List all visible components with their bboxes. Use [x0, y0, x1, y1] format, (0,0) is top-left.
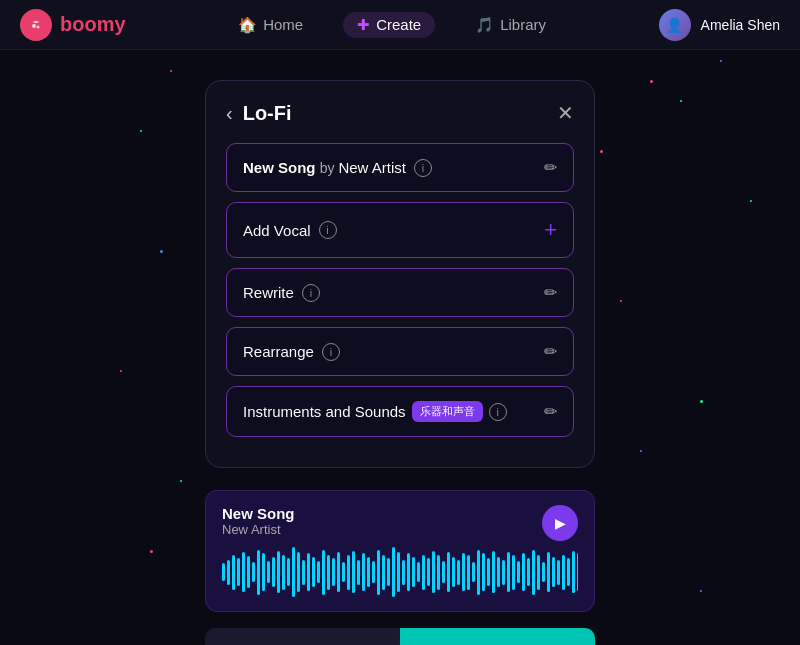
close-button[interactable]: ✕ — [557, 101, 574, 125]
modal: ‹ Lo-Fi ✕ New Song by New Artist i ✏ Add… — [205, 80, 595, 468]
svg-point-2 — [37, 25, 40, 28]
user-name: Amelia Shen — [701, 17, 780, 33]
modal-title: Lo-Fi — [243, 102, 292, 125]
nav-create-label: Create — [376, 16, 421, 33]
modal-header: ‹ Lo-Fi ✕ — [226, 101, 574, 125]
waveform — [222, 547, 578, 597]
player-song-title: New Song — [222, 505, 295, 522]
main-nav: 🏠 Home ✚ Create 🎵 Library — [126, 12, 659, 38]
instruments-label: Instruments and Sounds — [243, 403, 406, 420]
main-content: ‹ Lo-Fi ✕ New Song by New Artist i ✏ Add… — [0, 50, 800, 645]
by-text: by — [320, 160, 339, 176]
instruments-badge: 乐器和声音 — [412, 401, 483, 422]
nav-library-label: Library — [500, 16, 546, 33]
nav-home[interactable]: 🏠 Home — [238, 12, 303, 38]
header: boomy 🏠 Home ✚ Create 🎵 Library 👤 Amelia… — [0, 0, 800, 50]
option-add-vocal: Add Vocal i + — [226, 202, 574, 258]
rearrange-edit-icon[interactable]: ✏ — [544, 342, 557, 361]
new-song-label: New Song by New Artist — [243, 159, 406, 176]
play-button[interactable]: ▶ — [542, 505, 578, 541]
avatar-char: 👤 — [666, 17, 683, 33]
create-icon: ✚ — [357, 16, 370, 34]
svg-point-1 — [32, 24, 36, 28]
add-vocal-info-icon[interactable]: i — [319, 221, 337, 239]
rewrite-info-icon[interactable]: i — [302, 284, 320, 302]
back-button[interactable]: ‹ — [226, 102, 233, 125]
player-artist: New Artist — [222, 522, 295, 537]
rearrange-info-icon[interactable]: i — [322, 343, 340, 361]
nav-library[interactable]: 🎵 Library — [475, 12, 546, 38]
avatar[interactable]: 👤 — [659, 9, 691, 41]
option-left-rewrite: Rewrite i — [243, 284, 320, 302]
rewrite-edit-icon[interactable]: ✏ — [544, 283, 557, 302]
option-rewrite: Rewrite i ✏ — [226, 268, 574, 317]
option-left-add-vocal: Add Vocal i — [243, 221, 337, 239]
player-info: New Song New Artist — [222, 505, 295, 547]
nav-home-label: Home — [263, 16, 303, 33]
instruments-edit-icon[interactable]: ✏ — [544, 402, 557, 421]
rewrite-label: Rewrite — [243, 284, 294, 301]
option-left-instruments: Instruments and Sounds 乐器和声音 i — [243, 401, 507, 422]
artist-text: New Artist — [338, 159, 406, 176]
add-vocal-label: Add Vocal — [243, 222, 311, 239]
logo-icon — [20, 9, 52, 41]
option-left-new-song: New Song by New Artist i — [243, 159, 432, 177]
home-icon: 🏠 — [238, 16, 257, 34]
try-again-button[interactable]: Try Again — [205, 628, 400, 645]
logo-text: boomy — [60, 13, 126, 36]
svg-point-0 — [28, 17, 44, 33]
modal-title-area: ‹ Lo-Fi — [226, 102, 292, 125]
add-vocal-add-icon[interactable]: + — [544, 217, 557, 243]
new-song-edit-icon[interactable]: ✏ — [544, 158, 557, 177]
option-new-song: New Song by New Artist i ✏ — [226, 143, 574, 192]
music-icon: 🎵 — [475, 16, 494, 34]
nav-create[interactable]: ✚ Create — [343, 12, 435, 38]
save-button[interactable]: Save ✓ — [400, 628, 595, 645]
instruments-info-icon[interactable]: i — [489, 403, 507, 421]
option-rearrange: Rearrange i ✏ — [226, 327, 574, 376]
logo-area: boomy — [20, 9, 126, 41]
new-song-info-icon[interactable]: i — [414, 159, 432, 177]
option-instruments: Instruments and Sounds 乐器和声音 i ✏ — [226, 386, 574, 437]
player-card: New Song New Artist ▶ — [205, 490, 595, 612]
rearrange-label: Rearrange — [243, 343, 314, 360]
user-area: 👤 Amelia Shen — [659, 9, 780, 41]
bottom-actions: Try Again Save ✓ — [205, 628, 595, 645]
option-left-rearrange: Rearrange i — [243, 343, 340, 361]
